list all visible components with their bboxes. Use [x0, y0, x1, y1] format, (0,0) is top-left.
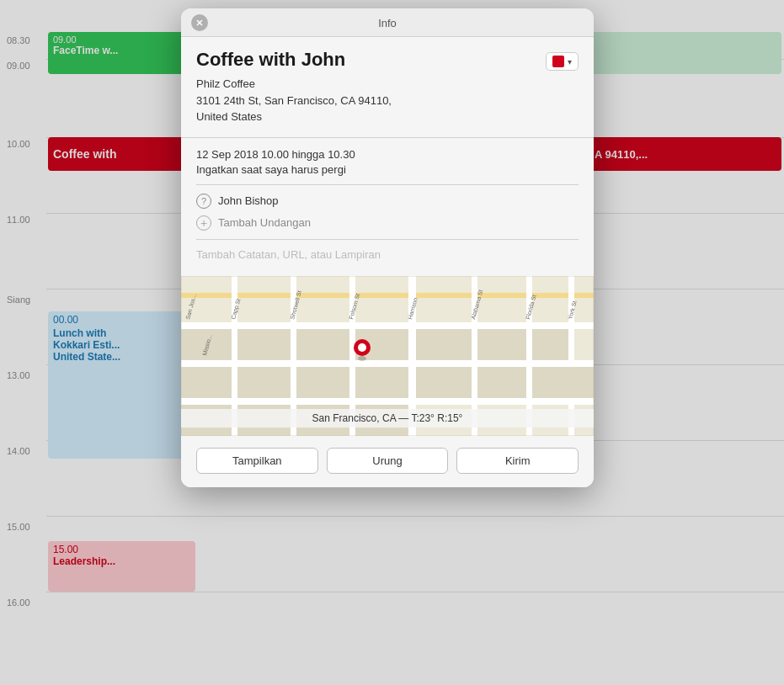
cancel-button[interactable]: Urung [327, 448, 449, 474]
svg-rect-20 [477, 329, 526, 360]
add-invitee-row[interactable]: + Tambah Undangan [196, 215, 579, 231]
svg-rect-17 [296, 329, 349, 360]
event-title: Coffee with John [196, 49, 345, 71]
event-time-section: 12 Sep 2018 10.00 hingga 10.30 Ingatkan … [196, 138, 579, 184]
event-location: Philz Coffee 3101 24th St, San Francisco… [196, 76, 579, 125]
attendee-name: John Bishop [218, 194, 279, 207]
address-line2: United States [196, 109, 579, 125]
event-reminder: Ingatkan saat saya harus pergi [196, 163, 579, 176]
venue-name: Philz Coffee [196, 76, 579, 93]
color-picker-button[interactable]: ▾ [546, 52, 579, 71]
popup-footer: Tampilkan Urung Kirim [181, 436, 594, 487]
address-line1: 3101 24th St, San Francisco, CA 94110, [196, 93, 579, 109]
add-invitee-label: Tambah Undangan [218, 216, 311, 229]
svg-rect-22 [181, 367, 232, 398]
attendee-row: ? John Bishop [196, 194, 579, 209]
map-caption: San Francisco, CA — T:23° R:15° [181, 409, 594, 427]
svg-rect-21 [532, 329, 568, 360]
close-button[interactable] [191, 14, 208, 31]
event-datetime: 12 Sep 2018 10.00 hingga 10.30 [196, 148, 579, 161]
svg-rect-27 [477, 367, 526, 398]
svg-rect-16 [237, 329, 291, 360]
map-container[interactable]: Capp St Shotwell St Folsom St Harrison A… [181, 276, 594, 436]
svg-rect-25 [355, 367, 408, 398]
svg-point-43 [358, 343, 366, 352]
svg-rect-26 [416, 367, 472, 398]
send-button[interactable]: Kirim [456, 448, 579, 474]
color-swatch [552, 56, 564, 67]
svg-rect-19 [416, 329, 472, 360]
show-button[interactable]: Tampilkan [196, 448, 318, 474]
attendees-section: ? John Bishop + Tambah Undangan [196, 184, 579, 239]
svg-rect-28 [532, 367, 594, 398]
svg-rect-24 [296, 367, 349, 398]
attendee-status-icon: ? [196, 194, 211, 209]
add-invitee-icon: + [196, 215, 211, 231]
svg-point-44 [358, 356, 366, 361]
chevron-down-icon: ▾ [568, 57, 572, 66]
event-title-row: Coffee with John ▾ [196, 49, 579, 71]
popup-header: Info [181, 8, 594, 37]
notes-placeholder[interactable]: Tambah Catatan, URL, atau Lampiran [196, 239, 579, 269]
popup-title: Info [378, 17, 397, 29]
svg-rect-23 [237, 367, 291, 398]
info-popup: Info Coffee with John ▾ Philz Coffee 310… [181, 8, 594, 487]
popup-body: Coffee with John ▾ Philz Coffee 3101 24t… [181, 37, 594, 269]
